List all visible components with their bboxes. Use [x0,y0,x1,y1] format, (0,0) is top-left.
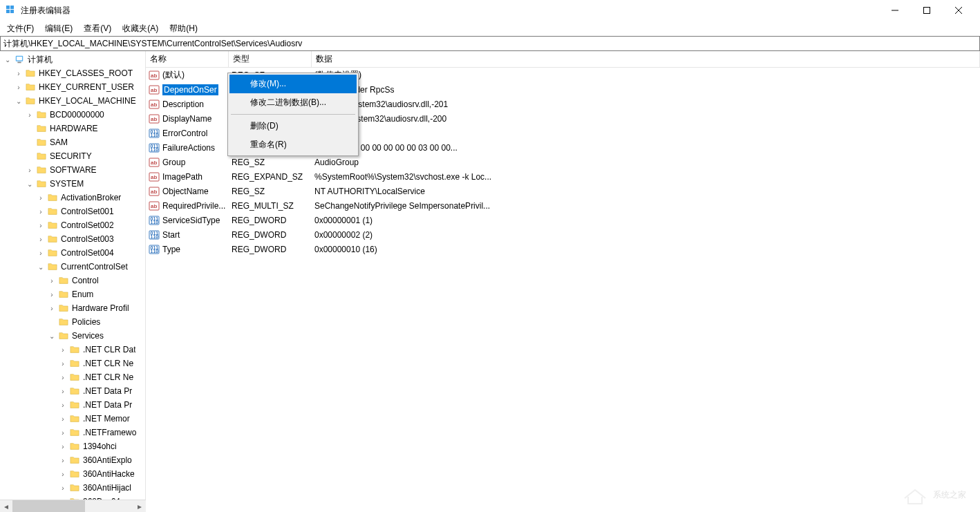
menu-favorites[interactable]: 收藏夹(A) [117,21,164,36]
chevron-right-icon[interactable]: › [58,442,68,451]
tree-node[interactable]: ›1394ohci [0,439,145,453]
tree-node[interactable]: ›SOFTWARE [0,163,145,177]
col-header-name[interactable]: 名称 [146,51,229,67]
col-header-type[interactable]: 类型 [229,51,312,67]
registry-value-row[interactable]: GroupREG_SZAudioGroup [146,155,980,169]
tree-node[interactable]: ›HKEY_CURRENT_USER [0,80,145,94]
chevron-down-icon[interactable]: ⌄ [3,55,12,64]
tree-node[interactable]: SECURITY [0,149,145,163]
maximize-button[interactable] [911,0,943,21]
chevron-right-icon[interactable]: › [58,372,68,382]
tree-node[interactable]: ›ControlSet001 [0,205,145,218]
tree-node[interactable]: ›360AntiHijacl [0,481,145,495]
tree-node-label: .NET Data Pr [83,400,132,410]
tree-node-label: Services [72,331,104,341]
scroll-right-button[interactable]: ▸ [133,500,146,512]
chevron-right-icon[interactable]: › [36,248,46,258]
tree-node[interactable]: ›.NET CLR Ne [0,357,145,370]
chevron-right-icon[interactable]: › [36,234,46,244]
tree-node[interactable]: ›Hardware Profil [0,301,145,315]
menu-view[interactable]: 查看(V) [78,21,117,36]
tree-node[interactable]: ⌄HKEY_LOCAL_MACHINE [0,94,145,108]
tree-node[interactable]: ›.NET Data Pr [0,398,145,412]
tree-node[interactable]: ›360AntiExplo [0,453,145,467]
tree-node-label: ControlSet002 [61,220,114,230]
menu-help[interactable]: 帮助(H) [164,21,203,36]
chevron-right-icon[interactable]: › [58,386,68,396]
chevron-down-icon[interactable]: ⌄ [25,179,35,189]
tree-node[interactable]: ⌄Services [0,329,145,343]
tree-node[interactable]: ›HKEY_CLASSES_ROOT [0,66,145,80]
chevron-right-icon[interactable]: › [58,359,68,368]
chevron-right-icon[interactable]: › [36,220,46,230]
tree-node[interactable]: ›ControlSet002 [0,218,145,232]
tree-node[interactable]: SAM [0,135,145,149]
tree-node[interactable]: ›ControlSet003 [0,232,145,246]
context-menu-rename[interactable]: 重命名(R) [229,135,357,154]
menu-file[interactable]: 文件(F) [1,21,39,36]
tree-node[interactable]: ›.NET Memor [0,412,145,426]
chevron-right-icon[interactable]: › [47,303,57,313]
scroll-left-button[interactable]: ◂ [0,500,12,512]
chevron-down-icon[interactable]: ⌄ [14,96,23,106]
tree-node[interactable]: ›Control [0,274,145,287]
chevron-right-icon[interactable]: › [47,276,57,285]
chevron-right-icon[interactable]: › [58,428,68,437]
chevron-right-icon[interactable]: › [36,193,46,202]
menu-edit[interactable]: 编辑(E) [39,21,78,36]
tree-node-label: .NET Data Pr [83,386,132,396]
chevron-right-icon[interactable]: › [25,165,35,175]
registry-value-row[interactable]: ObjectNameREG_SZNT AUTHORITY\LocalServic… [146,184,980,198]
horizontal-scrollbar[interactable]: ◂ ▸ [0,500,146,512]
chevron-right-icon[interactable]: › [58,483,68,493]
chevron-right-icon[interactable]: › [14,68,23,78]
registry-value-row[interactable]: RequiredPrivile...REG_MULTI_SZSeChangeNo… [146,198,980,213]
tree-node[interactable]: ›.NET CLR Dat [0,343,145,357]
chevron-right-icon[interactable]: › [47,290,57,299]
registry-value-row[interactable]: ServiceSidTypeREG_DWORD0x00000001 (1) [146,213,980,227]
tree-node-label: HKEY_CURRENT_USER [39,82,134,92]
context-menu-delete[interactable]: 删除(D) [229,117,357,135]
tree-node[interactable]: ›BCD00000000 [0,108,145,122]
tree-node[interactable]: ›ControlSet004 [0,246,145,260]
tree-node[interactable]: ›Enum [0,287,145,301]
tree-node[interactable]: ›.NETFramewo [0,426,145,439]
tree-node[interactable]: ⌄计算机 [0,53,145,66]
chevron-right-icon[interactable]: › [36,207,46,216]
address-bar[interactable]: 计算机\HKEY_LOCAL_MACHINE\SYSTEM\CurrentCon… [0,36,980,51]
tree-pane[interactable]: ⌄计算机›HKEY_CLASSES_ROOT›HKEY_CURRENT_USER… [0,51,146,500]
chevron-right-icon[interactable]: › [58,455,68,465]
chevron-right-icon[interactable]: › [58,345,68,354]
scroll-track[interactable] [12,500,133,512]
tree-node[interactable]: ⌄CurrentControlSet [0,260,145,274]
chevron-right-icon[interactable]: › [25,110,35,120]
chevron-right-icon[interactable]: › [58,469,68,479]
tree-node[interactable]: ›.NET Data Pr [0,384,145,398]
folder-icon [58,290,69,299]
chevron-down-icon[interactable]: ⌄ [47,331,57,341]
tree-node[interactable]: ›ActivationBroker [0,191,145,205]
chevron-right-icon[interactable]: › [58,414,68,424]
chevron-right-icon[interactable]: › [58,497,68,500]
scroll-thumb[interactable] [12,500,85,512]
close-button[interactable] [943,0,974,21]
tree-node[interactable]: ⌄SYSTEM [0,177,145,191]
chevron-down-icon[interactable]: ⌄ [36,262,46,272]
registry-value-row[interactable]: TypeREG_DWORD0x00000010 (16) [146,242,980,256]
registry-value-row[interactable]: StartREG_DWORD0x00000002 (2) [146,227,980,242]
tree-node-label: .NET CLR Ne [83,372,133,382]
tree-node[interactable]: ›360Box64 [0,495,145,500]
context-menu-modify-binary[interactable]: 修改二进制数据(B)... [229,93,357,112]
list-pane[interactable]: 名称 类型 数据 (默认)REG_SZ(数值未设置)DependOnSerndp… [146,51,980,500]
tree-node[interactable]: ›360AntiHacke [0,467,145,481]
tree-node[interactable]: ›.NET CLR Ne [0,370,145,384]
minimize-button[interactable] [879,0,911,21]
tree-node[interactable]: Policies [0,315,145,329]
chevron-right-icon[interactable]: › [58,400,68,410]
value-type: REG_DWORD [229,230,312,240]
chevron-right-icon[interactable]: › [14,82,23,92]
context-menu-modify[interactable]: 修改(M)... [229,75,357,93]
tree-node[interactable]: HARDWARE [0,122,145,135]
registry-value-row[interactable]: ImagePathREG_EXPAND_SZ%SystemRoot%\Syste… [146,169,980,184]
col-header-data[interactable]: 数据 [312,51,980,67]
